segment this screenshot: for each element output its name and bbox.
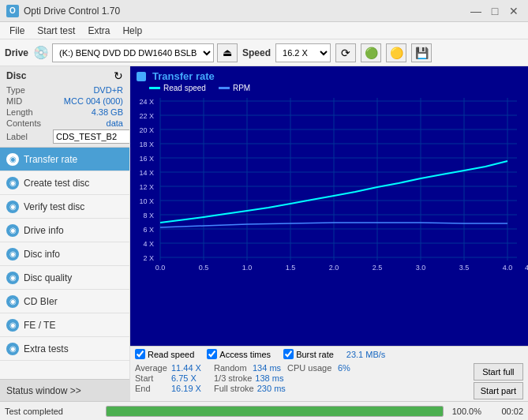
main-content: Disc ↻ Type DVD+R MID MCC 004 (000) Leng… bbox=[0, 66, 528, 401]
close-button[interactable]: ✕ bbox=[506, 3, 522, 19]
access-times-checkbox[interactable] bbox=[207, 349, 217, 359]
disc-type-key: Type bbox=[6, 85, 50, 95]
nav-item-transfer-rate[interactable]: ◉ Transfer rate bbox=[0, 148, 129, 171]
nav-item-create-test-disc[interactable]: ◉ Create test disc bbox=[0, 171, 129, 195]
disc-mid-val: MCC 004 (000) bbox=[50, 96, 123, 106]
svg-text:16 X: 16 X bbox=[139, 155, 154, 163]
progress-percent: 100.0% bbox=[450, 407, 481, 416]
checkboxes-row: Read speed Access times Burst rate 23.1 … bbox=[130, 346, 528, 362]
nav-item-cd-bier[interactable]: ◉ CD BIer bbox=[0, 290, 129, 313]
menu-file[interactable]: File bbox=[3, 24, 31, 38]
nav-item-extra-tests[interactable]: ◉ Extra tests bbox=[0, 337, 129, 361]
chart-title-icon bbox=[137, 72, 146, 81]
toolbar-btn-3[interactable]: 🟡 bbox=[386, 43, 406, 62]
disc-mid-row: MID MCC 004 (000) bbox=[6, 96, 123, 106]
burst-rate-checkbox[interactable] bbox=[283, 349, 294, 359]
svg-text:4.0: 4.0 bbox=[503, 264, 513, 272]
disc-label-input[interactable] bbox=[53, 129, 130, 144]
stroke13-label: 1/3 stroke bbox=[214, 373, 252, 383]
svg-text:10 X: 10 X bbox=[139, 197, 154, 205]
svg-text:0.5: 0.5 bbox=[199, 264, 209, 272]
speed-select[interactable]: 16.2 X bbox=[275, 43, 331, 62]
svg-text:8 X: 8 X bbox=[143, 212, 154, 219]
legend-read-speed: Read speed bbox=[149, 84, 206, 92]
svg-text:4 X: 4 X bbox=[143, 240, 154, 248]
nav-icon-disc-info: ◉ bbox=[6, 248, 19, 261]
toolbar-btn-2[interactable]: 🟢 bbox=[361, 43, 381, 62]
checkbox-access-times[interactable]: Access times bbox=[207, 349, 271, 359]
svg-text:1.5: 1.5 bbox=[286, 264, 296, 272]
nav-icon-transfer-rate: ◉ bbox=[6, 153, 19, 166]
speed-label: Speed bbox=[242, 47, 271, 58]
drive-select[interactable]: (K:) BENQ DVD DD DW1640 BSLB bbox=[52, 43, 214, 62]
cpu-value: 6% bbox=[338, 363, 350, 373]
disc-label-row: Label ✔ bbox=[6, 129, 123, 144]
legend-rpm-color bbox=[219, 87, 230, 89]
menu-bar: File Start test Extra Help bbox=[0, 22, 528, 39]
menu-help[interactable]: Help bbox=[116, 24, 148, 38]
start-full-button[interactable]: Start full bbox=[474, 363, 523, 381]
nav-label-verify-test-disc: Verify test disc bbox=[24, 201, 84, 212]
start-label: Start bbox=[135, 373, 168, 383]
svg-text:3.5: 3.5 bbox=[459, 264, 470, 272]
disc-label-key: Label bbox=[6, 132, 50, 141]
legend-read-label: Read speed bbox=[163, 84, 206, 92]
maximize-button[interactable]: □ bbox=[487, 3, 503, 19]
toolbar-btn-1[interactable]: ⟳ bbox=[335, 43, 356, 62]
disc-contents-val: data bbox=[50, 118, 123, 128]
menu-start-test[interactable]: Start test bbox=[31, 24, 81, 38]
nav-label-drive-info: Drive info bbox=[24, 225, 64, 236]
svg-text:4.5 GB: 4.5 GB bbox=[525, 264, 528, 272]
menu-extra[interactable]: Extra bbox=[81, 24, 116, 38]
chart-svg: 24 X 22 X 20 X 18 X 16 X 14 X 12 X 10 X … bbox=[130, 95, 528, 346]
disc-length-row: Length 4.38 GB bbox=[6, 107, 123, 117]
minimize-button[interactable]: — bbox=[468, 3, 484, 19]
nav-label-disc-quality: Disc quality bbox=[24, 272, 72, 283]
checkbox-read-speed[interactable]: Read speed bbox=[135, 349, 194, 359]
nav-icon-drive-info: ◉ bbox=[6, 224, 19, 237]
nav-icon-extra-tests: ◉ bbox=[6, 343, 19, 355]
svg-text:3.0: 3.0 bbox=[416, 264, 426, 272]
stats-left: Average 11.44 X Random 134 ms CPU usage … bbox=[135, 363, 467, 399]
disc-refresh-icon[interactable]: ↻ bbox=[114, 69, 123, 82]
svg-text:14 X: 14 X bbox=[139, 169, 154, 177]
disc-length-val: 4.38 GB bbox=[50, 107, 123, 117]
legend-rpm: RPM bbox=[219, 84, 250, 92]
nav-item-disc-info[interactable]: ◉ Disc info bbox=[0, 242, 129, 266]
burst-rate-value: 23.1 MB/s bbox=[346, 350, 386, 359]
svg-text:12 X: 12 X bbox=[139, 183, 154, 191]
end-row: End 16.19 X Full stroke 230 ms bbox=[135, 384, 467, 393]
disc-contents-row: Contents data bbox=[6, 118, 123, 128]
read-speed-checkbox[interactable] bbox=[135, 349, 145, 359]
start-value: 6.75 X bbox=[171, 373, 211, 383]
title-bar: O Opti Drive Control 1.70 — □ ✕ bbox=[0, 0, 528, 22]
nav-label-cd-bier: CD BIer bbox=[24, 296, 58, 307]
nav-label-fe-te: FE / TE bbox=[24, 320, 55, 331]
nav-item-verify-test-disc[interactable]: ◉ Verify test disc bbox=[0, 195, 129, 219]
checkbox-burst-rate[interactable]: Burst rate bbox=[283, 349, 334, 359]
start-part-button[interactable]: Start part bbox=[474, 382, 523, 399]
nav-item-fe-te[interactable]: ◉ FE / TE bbox=[0, 313, 129, 337]
eject-button[interactable]: ⏏ bbox=[217, 43, 238, 62]
svg-text:18 X: 18 X bbox=[139, 141, 154, 148]
title-controls: — □ ✕ bbox=[468, 3, 522, 19]
sidebar: Disc ↻ Type DVD+R MID MCC 004 (000) Leng… bbox=[0, 66, 130, 401]
status-window-button[interactable]: Status window >> bbox=[0, 379, 129, 401]
avg-label: Average bbox=[135, 363, 168, 373]
svg-text:0.0: 0.0 bbox=[155, 264, 166, 272]
end-value: 16.19 X bbox=[171, 384, 211, 393]
nav-item-drive-info[interactable]: ◉ Drive info bbox=[0, 219, 129, 242]
nav-item-disc-quality[interactable]: ◉ Disc quality bbox=[0, 266, 129, 290]
nav-icon-cd-bier: ◉ bbox=[6, 295, 19, 308]
svg-text:1.0: 1.0 bbox=[242, 264, 253, 272]
svg-text:22 X: 22 X bbox=[139, 112, 154, 120]
nav-list: ◉ Transfer rate ◉ Create test disc ◉ Ver… bbox=[0, 148, 129, 379]
disc-contents-key: Contents bbox=[6, 118, 50, 128]
svg-text:2.0: 2.0 bbox=[329, 264, 339, 272]
svg-text:6 X: 6 X bbox=[143, 226, 154, 234]
drive-label: Drive bbox=[5, 47, 28, 58]
toolbar-btn-save[interactable]: 💾 bbox=[411, 43, 432, 62]
stats-area: Average 11.44 X Random 134 ms CPU usage … bbox=[130, 362, 528, 401]
toolbar: Drive 💿 (K:) BENQ DVD DD DW1640 BSLB ⏏ S… bbox=[0, 39, 528, 66]
nav-label-disc-info: Disc info bbox=[24, 249, 60, 260]
